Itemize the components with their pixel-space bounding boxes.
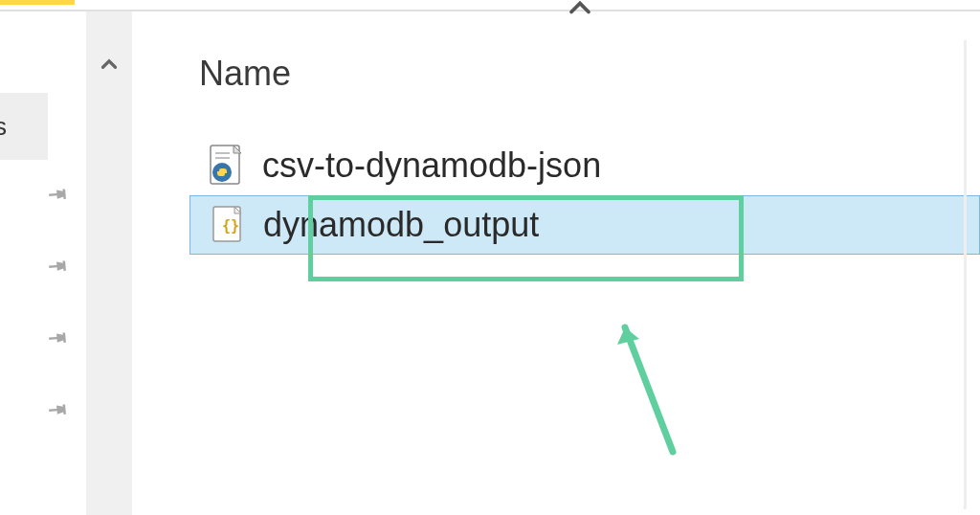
- column-divider: [964, 40, 967, 509]
- nav-item-label-fragment: s: [0, 325, 1, 354]
- nav-item-label-fragment: s: [0, 112, 7, 142]
- file-row[interactable]: csv-to-dynamodb-json: [132, 136, 980, 195]
- annotation-arrow: [606, 308, 692, 465]
- column-header-name[interactable]: Name: [199, 54, 291, 94]
- pinned-nav-item[interactable]: s: [0, 232, 81, 303]
- sort-indicator[interactable]: [563, 0, 597, 29]
- file-list: csv-to-dynamodb-json {} dynamodb_output: [132, 136, 980, 255]
- window-top-bar: [0, 0, 980, 11]
- pinned-nav-item[interactable]: s: [0, 303, 81, 375]
- pin-icon: [36, 175, 77, 216]
- pin-icon: [36, 319, 77, 360]
- pin-icon: [36, 247, 77, 288]
- nav-scrollbar[interactable]: [86, 11, 132, 515]
- nav-item-label-fragment: s: [0, 253, 1, 282]
- pinned-nav-item[interactable]: [0, 375, 81, 447]
- chevron-up-icon: [563, 0, 597, 25]
- pinned-nav-item[interactable]: [0, 160, 81, 232]
- navigation-panel: s s s: [0, 11, 86, 515]
- file-name-label: csv-to-dynamodb-json: [262, 146, 601, 186]
- chevron-up-icon: [97, 52, 122, 77]
- file-row[interactable]: {} dynamodb_output: [189, 195, 980, 255]
- svg-marker-7: [617, 327, 639, 345]
- json-file-icon: {}: [210, 203, 246, 247]
- svg-text:{}: {}: [222, 217, 239, 235]
- nav-item[interactable]: s: [0, 93, 48, 160]
- file-name-label: dynamodb_output: [263, 205, 539, 245]
- python-file-icon: [209, 144, 245, 188]
- scroll-up-button[interactable]: [86, 40, 132, 88]
- main-area: s s s: [0, 11, 980, 515]
- pin-icon: [36, 391, 77, 432]
- folder-tab-edge: [0, 0, 75, 5]
- column-header-row: Name: [132, 40, 980, 107]
- file-list-area: Name csv-to-dynamodb-json: [132, 11, 980, 515]
- svg-line-6: [625, 327, 673, 452]
